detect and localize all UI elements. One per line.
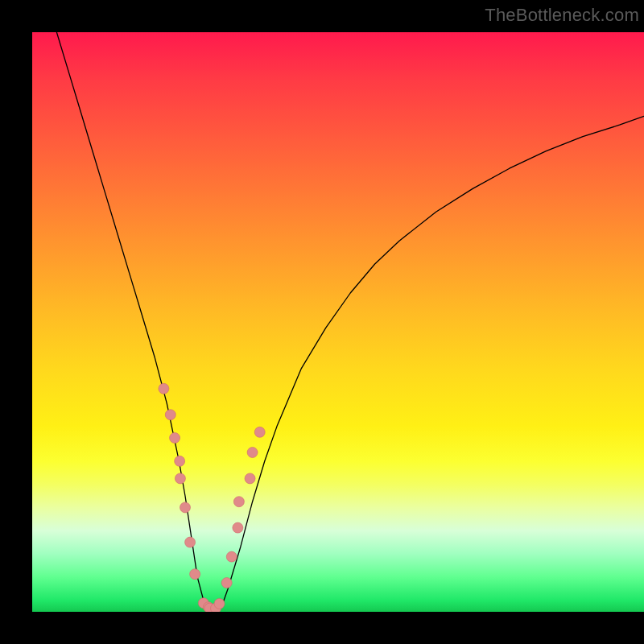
watermark-text: TheBottleneck.com <box>485 5 639 26</box>
chart-frame: TheBottleneck.com <box>0 0 644 644</box>
marker-dot <box>175 473 185 484</box>
marker-dot <box>254 427 265 437</box>
marker-dot <box>159 383 169 394</box>
marker-dot <box>247 448 258 458</box>
marker-dot <box>165 410 175 420</box>
marker-dot <box>226 551 237 562</box>
marker-dot <box>180 502 191 513</box>
marker-dot <box>190 569 200 580</box>
marker-dot <box>175 456 185 466</box>
marker-dot <box>185 537 196 547</box>
marker-dot <box>221 578 232 588</box>
chart-overlay <box>32 32 644 612</box>
marker-dot <box>245 473 255 484</box>
plot-area <box>32 32 644 612</box>
marker-dot <box>233 522 243 533</box>
curve-line <box>56 32 644 609</box>
marker-dot <box>214 598 225 609</box>
marker-dot <box>233 497 244 507</box>
marker-dots <box>159 383 265 612</box>
marker-dot <box>170 433 180 444</box>
